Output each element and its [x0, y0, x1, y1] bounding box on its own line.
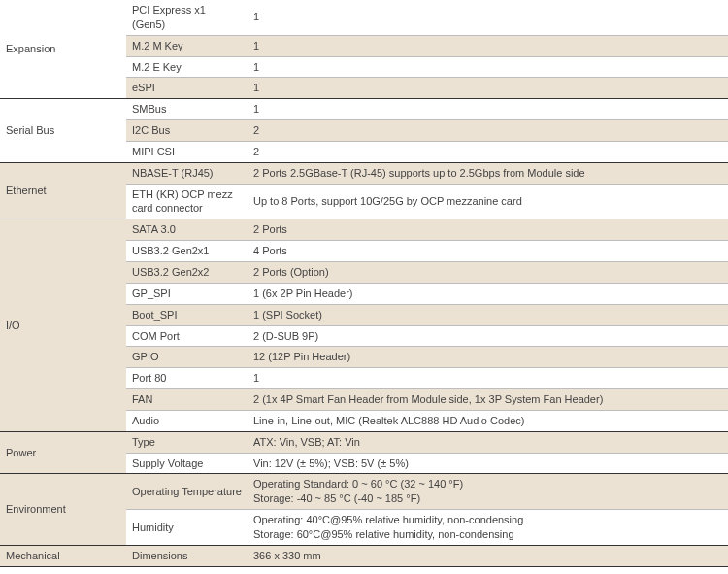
subcategory-cell: FAN: [126, 389, 248, 411]
value-cell: 1: [248, 35, 728, 56]
value-cell: 4 Ports: [248, 241, 728, 262]
table-row: PowerTypeATX: Vin, VSB; AT: Vin: [0, 431, 728, 453]
value-cell: 1 (SPI Socket): [248, 304, 728, 325]
table-row: EnvironmentOperating TemperatureOperatin…: [0, 474, 728, 510]
table-row: ExpansionPCI Express x1 (Gen5)1: [0, 0, 728, 35]
subcategory-cell: eSPI: [126, 78, 248, 99]
value-cell: 2 Ports: [248, 219, 728, 241]
category-cell: Mechanical: [0, 545, 126, 566]
spec-table: ExpansionPCI Express x1 (Gen5)1M.2 M Key…: [0, 0, 728, 567]
value-cell: 2: [248, 120, 728, 142]
subcategory-cell: SATA 3.0: [126, 219, 248, 241]
value-cell: Vin: 12V (± 5%); VSB: 5V (± 5%): [248, 453, 728, 474]
subcategory-cell: COM Port: [126, 325, 248, 347]
subcategory-cell: Humidity: [126, 510, 248, 546]
table-row: MechanicalDimensions366 x 330 mm: [0, 545, 728, 566]
table-row: Serial BusSMBus1: [0, 99, 728, 120]
subcategory-cell: USB3.2 Gen2x1: [126, 241, 248, 262]
value-cell: 2 Ports (Option): [248, 261, 728, 283]
value-cell: Operating Standard: 0 ~ 60 °C (32 ~ 140 …: [248, 474, 728, 510]
value-cell: Operating: 40°C@95% relative humidity, n…: [248, 510, 728, 546]
value-cell: 1: [248, 99, 728, 120]
subcategory-cell: M.2 M Key: [126, 35, 248, 56]
subcategory-cell: Operating Temperature: [126, 474, 248, 510]
subcategory-cell: MIPI CSI: [126, 141, 248, 162]
category-cell: Serial Bus: [0, 99, 126, 163]
value-cell: 2 (1x 4P Smart Fan Header from Module si…: [248, 389, 728, 411]
value-cell: 1: [248, 0, 728, 35]
value-cell: 12 (12P Pin Header): [248, 347, 728, 368]
category-cell: Expansion: [0, 0, 126, 99]
subcategory-cell: GPIO: [126, 347, 248, 368]
value-cell: 2 (D-SUB 9P): [248, 325, 728, 347]
value-cell: 2 Ports 2.5GBase-T (RJ-45) supports up t…: [248, 162, 728, 184]
subcategory-cell: USB3.2 Gen2x2: [126, 261, 248, 283]
table-row: EthernetNBASE-T (RJ45)2 Ports 2.5GBase-T…: [0, 162, 728, 184]
value-cell: 1: [248, 78, 728, 99]
subcategory-cell: PCI Express x1 (Gen5): [126, 0, 248, 35]
value-cell: 366 x 330 mm: [248, 545, 728, 566]
subcategory-cell: Port 80: [126, 368, 248, 389]
value-cell: 1 (6x 2P Pin Header): [248, 283, 728, 304]
subcategory-cell: SMBus: [126, 99, 248, 120]
category-cell: Power: [0, 431, 126, 474]
value-cell: 1: [248, 368, 728, 389]
table-row: I/OSATA 3.02 Ports: [0, 219, 728, 241]
subcategory-cell: I2C Bus: [126, 120, 248, 142]
category-cell: I/O: [0, 219, 126, 431]
category-cell: Ethernet: [0, 162, 126, 219]
value-cell: Up to 8 Ports, support 10G/25G by OCP me…: [248, 184, 728, 219]
subcategory-cell: M.2 E Key: [126, 56, 248, 78]
value-cell: 1: [248, 56, 728, 78]
subcategory-cell: Audio: [126, 410, 248, 431]
subcategory-cell: Type: [126, 431, 248, 453]
value-cell: ATX: Vin, VSB; AT: Vin: [248, 431, 728, 453]
subcategory-cell: Dimensions: [126, 545, 248, 566]
value-cell: Line-in, Line-out, MIC (Realtek ALC888 H…: [248, 410, 728, 431]
subcategory-cell: GP_SPI: [126, 283, 248, 304]
subcategory-cell: NBASE-T (RJ45): [126, 162, 248, 184]
subcategory-cell: Boot_SPI: [126, 304, 248, 325]
category-cell: Environment: [0, 474, 126, 545]
value-cell: 2: [248, 141, 728, 162]
subcategory-cell: ETH (KR) OCP mezz card connector: [126, 184, 248, 219]
subcategory-cell: Supply Voltage: [126, 453, 248, 474]
